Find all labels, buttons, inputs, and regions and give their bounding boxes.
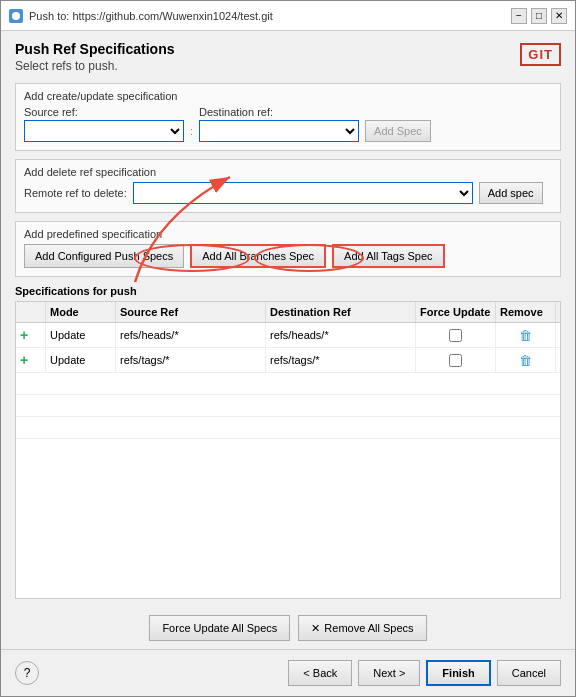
- add-configured-specs-button[interactable]: Add Configured Push Specs: [24, 244, 184, 268]
- back-button[interactable]: < Back: [288, 660, 352, 686]
- title-bar-left: Push to: https://github.com/Wuwenxin1024…: [9, 9, 273, 23]
- col-remove: Remove: [496, 302, 556, 322]
- table-header: Mode Source Ref Destination Ref Force Up…: [16, 302, 560, 323]
- row2-force-checkbox[interactable]: [449, 354, 462, 367]
- row2-mode: Update: [46, 348, 116, 372]
- svg-point-0: [12, 12, 20, 20]
- page-header: Push Ref Specifications Select refs to p…: [1, 31, 575, 79]
- remove-all-label: Remove All Specs: [324, 622, 413, 634]
- dest-ref-select[interactable]: [199, 120, 359, 142]
- remove-all-specs-button[interactable]: ✕ Remove All Specs: [298, 615, 426, 641]
- source-ref-label: Source ref:: [24, 106, 184, 118]
- footer-nav-buttons: < Back Next > Finish Cancel: [288, 660, 561, 686]
- minimize-button[interactable]: −: [511, 8, 527, 24]
- row1-source: refs/heads/*: [116, 323, 266, 347]
- window-title: Push to: https://github.com/Wuwenxin1024…: [29, 10, 273, 22]
- col-icon: [16, 302, 46, 322]
- help-button[interactable]: ?: [15, 661, 39, 685]
- dest-ref-label: Destination ref:: [199, 106, 359, 118]
- main-body: Add create/update specification Source r…: [1, 79, 575, 649]
- add-create-section: Add create/update specification Source r…: [15, 83, 561, 151]
- footer: ? < Back Next > Finish Cancel: [1, 649, 575, 696]
- remote-ref-label: Remote ref to delete:: [24, 187, 127, 199]
- row1-force[interactable]: [416, 323, 496, 347]
- page-subtitle: Select refs to push.: [15, 59, 174, 73]
- add-spec-delete-button[interactable]: Add spec: [479, 182, 543, 204]
- col-dest: Destination Ref: [266, 302, 416, 322]
- source-ref-input-row: [24, 120, 184, 142]
- row2-remove[interactable]: 🗑: [496, 348, 556, 372]
- add-all-branches-button[interactable]: Add All Branches Spec: [190, 244, 326, 268]
- source-ref-group: Source ref:: [24, 106, 184, 142]
- app-icon: [9, 9, 23, 23]
- main-window: Push to: https://github.com/Wuwenxin1024…: [0, 0, 576, 697]
- trash-icon-2[interactable]: 🗑: [519, 353, 532, 368]
- row1-icon: +: [16, 323, 46, 347]
- row2-icon: +: [16, 348, 46, 372]
- row1-mode: Update: [46, 323, 116, 347]
- col-force: Force Update: [416, 302, 496, 322]
- cancel-button[interactable]: Cancel: [497, 660, 561, 686]
- plus-icon-2: +: [20, 352, 28, 368]
- add-predefined-section: Add predefined specification Add Configu…: [15, 221, 561, 277]
- row2-source: refs/tags/*: [116, 348, 266, 372]
- add-create-form: Source ref: : Destination ref: Add Spec: [24, 106, 552, 142]
- source-ref-select[interactable]: [24, 120, 184, 142]
- specs-table: Mode Source Ref Destination Ref Force Up…: [15, 301, 561, 599]
- add-spec-button[interactable]: Add Spec: [365, 120, 431, 142]
- col-source: Source Ref: [116, 302, 266, 322]
- add-all-tags-button[interactable]: Add All Tags Spec: [332, 244, 444, 268]
- separator-dot: :: [190, 125, 193, 137]
- add-create-title: Add create/update specification: [24, 90, 552, 102]
- trash-icon-1[interactable]: 🗑: [519, 328, 532, 343]
- maximize-button[interactable]: □: [531, 8, 547, 24]
- finish-button[interactable]: Finish: [426, 660, 490, 686]
- row2-dest: refs/tags/*: [266, 348, 416, 372]
- window-controls: − □ ✕: [511, 8, 567, 24]
- row1-dest: refs/heads/*: [266, 323, 416, 347]
- bottom-buttons: Force Update All Specs ✕ Remove All Spec…: [15, 607, 561, 645]
- force-update-all-button[interactable]: Force Update All Specs: [149, 615, 290, 641]
- predefined-buttons-row: Add Configured Push Specs Add All Branch…: [24, 244, 552, 268]
- dest-ref-input-row: [199, 120, 359, 142]
- predefined-title: Add predefined specification: [24, 228, 552, 240]
- git-logo: GIT: [520, 43, 561, 66]
- table-row-empty-2: [16, 395, 560, 417]
- table-row: + Update refs/tags/* refs/tags/* 🗑: [16, 348, 560, 373]
- remote-ref-select[interactable]: [133, 182, 473, 204]
- table-row: + Update refs/heads/* refs/heads/* 🗑: [16, 323, 560, 348]
- header-titles: Push Ref Specifications Select refs to p…: [15, 41, 174, 73]
- specs-label: Specifications for push: [15, 285, 561, 297]
- add-delete-form: Remote ref to delete: Add spec: [24, 182, 552, 204]
- next-button[interactable]: Next >: [358, 660, 420, 686]
- remove-icon: ✕: [311, 622, 320, 635]
- specs-table-section: Specifications for push Mode Source Ref …: [15, 285, 561, 599]
- add-delete-section: Add delete ref specification Remote ref …: [15, 159, 561, 213]
- dest-ref-group: Destination ref:: [199, 106, 359, 142]
- close-button[interactable]: ✕: [551, 8, 567, 24]
- col-mode: Mode: [46, 302, 116, 322]
- plus-icon-1: +: [20, 327, 28, 343]
- table-row-empty-1: [16, 373, 560, 395]
- row2-force[interactable]: [416, 348, 496, 372]
- row1-force-checkbox[interactable]: [449, 329, 462, 342]
- table-row-empty-3: [16, 417, 560, 439]
- page-title: Push Ref Specifications: [15, 41, 174, 57]
- row1-remove[interactable]: 🗑: [496, 323, 556, 347]
- add-delete-title: Add delete ref specification: [24, 166, 552, 178]
- title-bar: Push to: https://github.com/Wuwenxin1024…: [1, 1, 575, 31]
